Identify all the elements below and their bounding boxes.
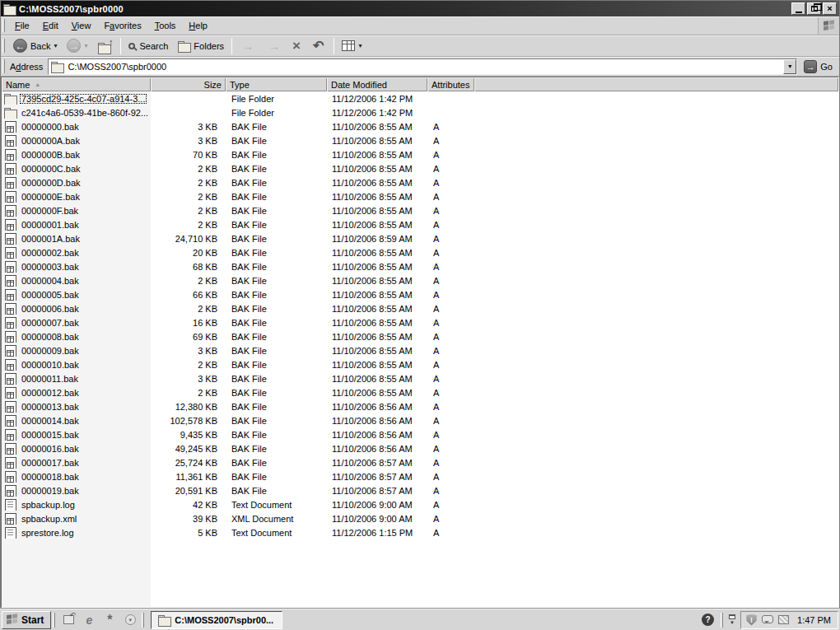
minimize-button[interactable] <box>791 2 805 15</box>
file-row[interactable]: 00000012.bak2 KBBAK File11/10/2006 8:55 … <box>2 385 838 399</box>
file-row[interactable]: 00000015.bak9,435 KBBAK File11/10/2006 8… <box>2 427 838 441</box>
type-cell: BAK File <box>226 164 327 174</box>
menubar-grip[interactable] <box>2 19 5 31</box>
file-row[interactable]: 00000001.bak2 KBBAK File11/10/2006 8:55 … <box>2 217 838 231</box>
attr-cell: A <box>427 374 474 384</box>
file-row[interactable]: 00000007.bak16 KBBAK File11/10/2006 8:55… <box>2 315 838 329</box>
file-row[interactable]: 0000001A.bak24,710 KBBAK File11/10/2006 … <box>2 231 838 245</box>
show-hidden-icons-button[interactable]: ▼ <box>726 614 738 625</box>
column-header-name[interactable]: Name ▲ <box>2 77 151 91</box>
file-row[interactable]: 0000000D.bak2 KBBAK File11/10/2006 8:55 … <box>2 175 838 189</box>
taskband-grip[interactable] <box>142 613 144 628</box>
file-row[interactable]: sprestore.log5 KBText Document11/12/2006… <box>2 525 838 539</box>
undo-button[interactable]: ↶ <box>306 37 331 55</box>
column-header-date-modified[interactable]: Date Modified <box>327 77 427 91</box>
file-row[interactable]: 00000013.bak12,380 KBBAK File11/10/2006 … <box>2 399 838 413</box>
size-cell: 68 KB <box>151 262 226 272</box>
quicklaunch-grip[interactable] <box>53 613 55 628</box>
task-folder-icon <box>158 615 170 625</box>
help-icon[interactable]: ? <box>702 614 714 626</box>
show-desktop-icon[interactable] <box>62 614 75 626</box>
addressbar-grip[interactable] <box>2 59 5 72</box>
name-cell: 00000016.bak <box>2 443 151 455</box>
column-header-type[interactable]: Type <box>226 77 327 91</box>
date-cell: 11/10/2006 8:55 AM <box>327 178 427 188</box>
copy-to-button[interactable]: → <box>261 38 287 54</box>
menu-favorites[interactable]: Favorites <box>97 18 147 33</box>
delete-button[interactable]: × <box>287 35 306 57</box>
quick-launch-chevron-icon[interactable]: ▾ <box>124 614 137 626</box>
file-row[interactable]: 00000014.bak102,578 KBBAK File11/10/2006… <box>2 413 838 427</box>
forward-button[interactable]: → ▾ <box>62 36 92 55</box>
folders-button[interactable]: Folders <box>173 39 229 54</box>
file-row[interactable]: 00000019.bak20,591 KBBAK File11/10/2006 … <box>2 483 838 497</box>
file-row[interactable]: 0000000B.bak70 KBBAK File11/10/2006 8:55… <box>2 147 838 161</box>
up-button[interactable]: ↑ <box>93 37 118 55</box>
file-row[interactable]: 00000003.bak68 KBBAK File11/10/2006 8:55… <box>2 259 838 273</box>
folder-row[interactable]: 7395cd29-425c-4c07-a914-3...File Folder1… <box>2 91 838 105</box>
security-shield-icon[interactable]: ! <box>746 614 757 626</box>
date-cell: 11/10/2006 8:55 AM <box>327 122 427 132</box>
internet-explorer-icon[interactable]: e <box>82 614 96 626</box>
menu-help[interactable]: Help <box>182 18 214 33</box>
date-cell: 11/10/2006 8:55 AM <box>327 374 427 384</box>
move-to-button[interactable]: → <box>235 38 261 54</box>
date-cell: 11/10/2006 8:59 AM <box>327 234 427 244</box>
type-cell: BAK File <box>226 122 327 132</box>
menu-bar: File Edit View Favorites Tools Help <box>1 16 839 35</box>
back-button[interactable]: ← Back ▾ <box>8 36 62 55</box>
search-button[interactable]: Search <box>124 39 174 54</box>
attr-cell: A <box>427 220 474 230</box>
file-row[interactable]: 00000002.bak20 KBBAK File11/10/2006 8:55… <box>2 245 838 259</box>
file-row[interactable]: 00000009.bak3 KBBAK File11/10/2006 8:55 … <box>2 343 838 357</box>
file-row[interactable]: 0000000A.bak3 KBBAK File11/10/2006 8:55 … <box>2 133 838 147</box>
menu-tools[interactable]: Tools <box>148 18 183 33</box>
file-row[interactable]: 00000006.bak2 KBBAK File11/10/2006 8:55 … <box>2 301 838 315</box>
close-button[interactable]: × <box>823 2 837 15</box>
views-button[interactable]: ▾ <box>337 38 366 54</box>
file-row[interactable]: spbackup.xml39 KBXML Document11/10/2006 … <box>2 511 838 525</box>
file-row[interactable]: 0000000F.bak2 KBBAK File11/10/2006 8:55 … <box>2 203 838 217</box>
quick-launch-app-icon[interactable]: * <box>103 614 116 626</box>
menu-view[interactable]: View <box>65 18 98 33</box>
file-row[interactable]: 00000016.bak49,245 KBBAK File11/10/2006 … <box>2 441 838 455</box>
file-row[interactable]: 00000010.bak2 KBBAK File11/10/2006 8:55 … <box>2 357 838 371</box>
tray-window-icon[interactable] <box>778 615 789 624</box>
file-name: 00000012.bak <box>20 388 81 398</box>
start-button[interactable]: Start <box>2 611 51 629</box>
file-icon <box>4 331 16 343</box>
file-row[interactable]: 00000008.bak69 KBBAK File11/10/2006 8:55… <box>2 329 838 343</box>
file-row[interactable]: 0000000E.bak2 KBBAK File11/10/2006 8:55 … <box>2 189 838 203</box>
file-name: 00000013.bak <box>20 402 81 412</box>
messenger-balloon-icon[interactable] <box>762 615 773 623</box>
file-row[interactable]: 00000004.bak2 KBBAK File11/10/2006 8:55 … <box>2 273 838 287</box>
attr-cell: A <box>427 248 474 258</box>
name-cell: 00000019.bak <box>2 485 151 497</box>
column-header-attributes[interactable]: Attributes <box>427 77 474 91</box>
date-cell: 11/10/2006 8:56 AM <box>327 430 427 440</box>
file-row[interactable]: 00000011.bak3 KBBAK File11/10/2006 8:55 … <box>2 371 838 385</box>
explorer-task-button[interactable]: C:\MOSS2007\spbr00... <box>151 611 282 629</box>
go-button[interactable]: → Go <box>800 59 838 74</box>
toolbar-grip[interactable] <box>2 39 5 54</box>
file-row[interactable]: 00000005.bak66 KBBAK File11/10/2006 8:55… <box>2 287 838 301</box>
menu-edit[interactable]: Edit <box>36 18 65 33</box>
address-input[interactable]: C:\MOSS2007\spbr0000 ▾ <box>48 58 797 75</box>
menu-file[interactable]: File <box>8 18 36 33</box>
folder-row[interactable]: c241c4a6-0539-41be-860f-92...File Folder… <box>2 105 838 119</box>
name-cell: 00000015.bak <box>2 429 151 441</box>
file-row[interactable]: spbackup.log42 KBText Document11/10/2006… <box>2 497 838 511</box>
date-cell: 11/10/2006 8:55 AM <box>327 346 427 356</box>
file-row[interactable]: 00000017.bak25,724 KBBAK File11/10/2006 … <box>2 455 838 469</box>
attr-cell: A <box>427 206 474 216</box>
attr-cell: A <box>427 514 474 524</box>
restore-button[interactable] <box>807 2 821 15</box>
file-row[interactable]: 00000018.bak11,361 KBBAK File11/10/2006 … <box>2 469 838 483</box>
address-dropdown-button[interactable]: ▾ <box>783 59 796 74</box>
file-row[interactable]: 0000000C.bak2 KBBAK File11/10/2006 8:55 … <box>2 161 838 175</box>
column-header-size[interactable]: Size <box>151 77 226 91</box>
file-name: 0000000B.bak <box>20 150 82 160</box>
file-icon <box>4 485 16 497</box>
file-row[interactable]: 00000000.bak3 KBBAK File11/10/2006 8:55 … <box>2 119 838 133</box>
task-label: C:\MOSS2007\spbr00... <box>175 615 273 625</box>
